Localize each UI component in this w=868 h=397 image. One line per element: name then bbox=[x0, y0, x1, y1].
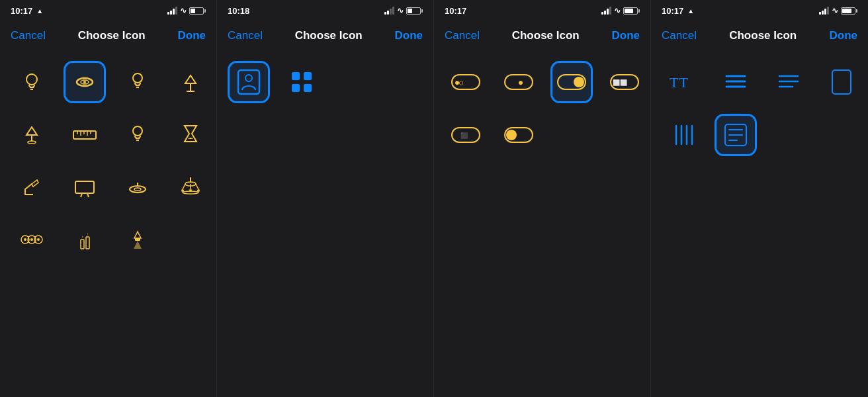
wifi-icon-2: ∿ bbox=[397, 6, 404, 15]
svg-text:●: ● bbox=[519, 79, 523, 86]
icon-ceiling-ring[interactable] bbox=[116, 167, 159, 209]
icon-switch-selected[interactable] bbox=[550, 61, 593, 103]
icon-bulb-outline[interactable] bbox=[11, 61, 53, 103]
icon-tv[interactable] bbox=[64, 167, 106, 209]
svg-rect-52 bbox=[304, 72, 312, 80]
icon-switch2[interactable]: ● bbox=[498, 61, 540, 103]
svg-text:⬜⬜: ⬜⬜ bbox=[613, 79, 628, 87]
status-right-1: ∿ bbox=[167, 6, 206, 15]
icon-table-lamp[interactable] bbox=[11, 114, 53, 156]
status-bar-2: 10:18 ∿ bbox=[217, 0, 433, 21]
nav-bar-2: Cancel Choose Icon Done bbox=[217, 21, 433, 50]
cancel-button-2[interactable]: Cancel bbox=[228, 29, 263, 42]
icon-bulb-small[interactable] bbox=[116, 61, 159, 103]
icon-floor-lamp[interactable] bbox=[169, 61, 212, 103]
battery-icon-3 bbox=[623, 7, 640, 15]
svg-rect-74 bbox=[832, 70, 851, 94]
phone-panel-1: 10:17 ▲ ∿ Cancel Choose Icon Done bbox=[0, 0, 217, 397]
svg-text:●○: ●○ bbox=[455, 79, 463, 86]
wifi-icon-4: ∿ bbox=[832, 6, 838, 15]
svg-rect-54 bbox=[304, 84, 312, 92]
icon-person-frame[interactable] bbox=[228, 61, 270, 103]
icon-hourglass[interactable] bbox=[169, 114, 212, 156]
cancel-button-1[interactable]: Cancel bbox=[11, 29, 46, 42]
svg-point-28 bbox=[130, 186, 146, 193]
signal-icon-3 bbox=[601, 7, 611, 15]
svg-point-44 bbox=[30, 238, 33, 241]
svg-text:TT: TT bbox=[670, 74, 689, 91]
icon-desk-lamp[interactable] bbox=[11, 167, 53, 209]
svg-rect-25 bbox=[75, 181, 94, 193]
status-left-3: 10:17 bbox=[445, 6, 466, 16]
svg-line-35 bbox=[196, 184, 198, 189]
phone-panel-2: 10:18 ∿ Cancel Choose Icon Done bbox=[217, 0, 434, 397]
svg-rect-47 bbox=[86, 237, 89, 249]
icon-vert-lines[interactable] bbox=[662, 114, 704, 156]
status-left-2: 10:18 bbox=[228, 6, 249, 16]
svg-rect-13 bbox=[73, 131, 96, 139]
cancel-button-3[interactable]: Cancel bbox=[445, 29, 480, 42]
svg-point-29 bbox=[134, 188, 141, 191]
svg-rect-53 bbox=[292, 84, 300, 92]
icon-ruler[interactable] bbox=[64, 114, 106, 156]
gps-icon-1: ▲ bbox=[36, 7, 43, 15]
battery-icon-4 bbox=[841, 7, 857, 15]
done-button-4[interactable]: Done bbox=[830, 29, 858, 42]
icon-toggle2[interactable]: ⬛ bbox=[445, 114, 487, 156]
page-title-1: Choose Icon bbox=[78, 29, 146, 42]
icon-grid-3: ●○ ● ⬜⬜ ⬛ bbox=[434, 50, 650, 167]
icon-grid-4: TT bbox=[651, 50, 868, 167]
icon-spotlight[interactable] bbox=[116, 220, 159, 262]
svg-point-5 bbox=[83, 81, 86, 83]
signal-icon-4 bbox=[819, 7, 829, 15]
icon-switch1[interactable]: ●○ bbox=[445, 61, 487, 103]
gps-icon-4: ▲ bbox=[687, 7, 694, 15]
nav-bar-4: Cancel Choose Icon Done bbox=[651, 21, 868, 50]
nav-bar-1: Cancel Choose Icon Done bbox=[0, 21, 216, 50]
status-bar-4: 10:17 ▲ ∿ bbox=[651, 0, 868, 21]
battery-icon-2 bbox=[406, 7, 423, 15]
phone-panel-4: 10:17 ▲ ∿ Cancel Choose Icon Done TT bbox=[651, 0, 868, 397]
nav-bar-3: Cancel Choose Icon Done bbox=[434, 21, 650, 50]
done-button-1[interactable]: Done bbox=[178, 29, 206, 42]
icon-lines1[interactable] bbox=[715, 61, 757, 103]
svg-line-33 bbox=[183, 184, 185, 189]
icon-chandelier[interactable] bbox=[169, 167, 212, 209]
icon-toggle3[interactable] bbox=[498, 114, 540, 156]
icon-candles[interactable] bbox=[64, 220, 106, 262]
cancel-button-4[interactable]: Cancel bbox=[662, 29, 697, 42]
svg-point-66 bbox=[506, 130, 517, 140]
signal-icon-1 bbox=[167, 7, 177, 15]
page-title-4: Choose Icon bbox=[729, 29, 797, 42]
icon-triple-bulb[interactable] bbox=[11, 220, 53, 262]
status-left-1: 10:17 ▲ bbox=[11, 6, 43, 16]
svg-rect-51 bbox=[292, 72, 300, 80]
done-button-2[interactable]: Done bbox=[395, 29, 423, 42]
done-button-3[interactable]: Done bbox=[612, 29, 640, 42]
svg-point-6 bbox=[133, 73, 142, 83]
icon-bulb2[interactable] bbox=[116, 114, 159, 156]
svg-point-0 bbox=[26, 74, 37, 85]
status-right-3: ∿ bbox=[601, 6, 640, 15]
icon-app-grid[interactable] bbox=[281, 61, 323, 103]
icon-list[interactable] bbox=[767, 61, 810, 103]
svg-point-45 bbox=[37, 238, 40, 241]
icon-grid-2 bbox=[217, 50, 433, 114]
status-left-4: 10:17 ▲ bbox=[662, 6, 694, 16]
time-2: 10:18 bbox=[228, 6, 249, 16]
icon-toggle1[interactable]: ⬜⬜ bbox=[603, 61, 646, 103]
status-bar-3: 10:17 ∿ bbox=[434, 0, 650, 21]
svg-rect-48 bbox=[135, 238, 140, 241]
svg-point-39 bbox=[183, 191, 198, 194]
svg-point-19 bbox=[133, 126, 142, 136]
icon-ring-light[interactable] bbox=[64, 61, 106, 103]
icon-tt[interactable]: TT bbox=[662, 61, 704, 103]
time-4: 10:17 bbox=[662, 6, 683, 16]
icon-list2[interactable] bbox=[715, 114, 757, 156]
wifi-icon-1: ∿ bbox=[180, 6, 187, 15]
svg-point-60 bbox=[574, 77, 584, 87]
phone-panel-3: 10:17 ∿ Cancel Choose Icon Done ●○ bbox=[434, 0, 651, 397]
svg-text:⬛: ⬛ bbox=[460, 132, 468, 140]
time-3: 10:17 bbox=[445, 6, 466, 16]
icon-tablet[interactable] bbox=[820, 61, 863, 103]
